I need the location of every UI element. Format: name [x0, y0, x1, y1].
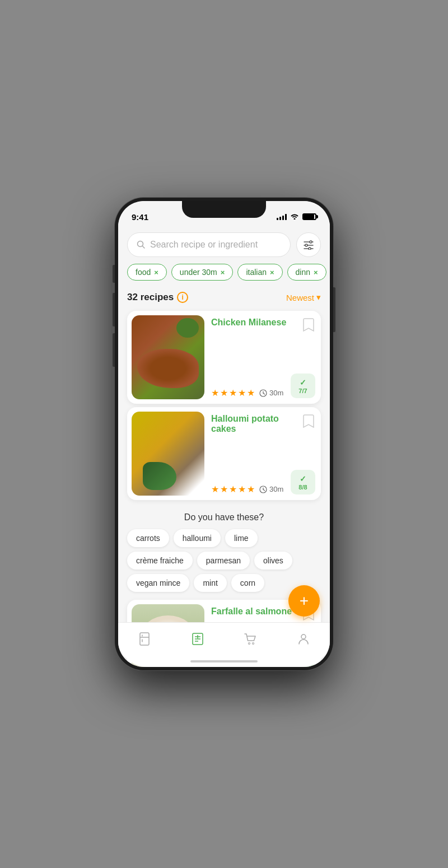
results-header: 32 recipes i Newest ▾ — [118, 285, 330, 307]
recipe-title-halloumi: Halloumi potato cakes — [211, 414, 297, 434]
nav-item-profile[interactable] — [290, 629, 318, 648]
profile-icon — [296, 632, 311, 646]
ingredient-carrots[interactable]: carrots — [127, 529, 169, 547]
ingredient-corn[interactable]: corn — [231, 574, 264, 592]
have-these-section: Do you have these? carrots halloumi lime… — [118, 503, 330, 596]
ingredient-olives[interactable]: olives — [254, 552, 292, 570]
clock-icon-h — [259, 486, 267, 493]
stars-chicken: ★ ★ ★ ★ ★ — [211, 388, 255, 398]
add-recipe-fab[interactable]: + — [288, 585, 320, 617]
filter-button[interactable] — [296, 232, 321, 257]
signal-icon — [277, 213, 287, 220]
chip-dinner[interactable]: dinn × — [287, 264, 326, 281]
fab-icon: + — [300, 592, 309, 610]
bookmark-icon-chicken[interactable] — [302, 318, 315, 333]
bookmark-icon-halloumi[interactable] — [302, 414, 315, 430]
stars-halloumi: ★ ★ ★ ★ ★ — [211, 484, 255, 494]
recipe-title-chicken: Chicken Milanese — [211, 318, 297, 328]
ingredient-halloumi[interactable]: halloumi — [174, 529, 221, 547]
battery-icon — [302, 213, 316, 220]
filter-chips: food × under 30m × italian × dinn × — [118, 262, 330, 285]
svg-point-26 — [249, 643, 250, 645]
svg-point-7 — [309, 248, 311, 250]
svg-line-13 — [263, 489, 265, 491]
recipe-image-chicken — [132, 315, 204, 399]
nav-item-fridge[interactable] — [130, 629, 158, 648]
ingredient-lime[interactable]: lime — [225, 529, 258, 547]
svg-point-5 — [305, 244, 307, 246]
ingredient-creme-fraiche[interactable]: crème fraiche — [127, 552, 193, 570]
results-count: 32 recipes i — [127, 292, 188, 303]
recipes-icon — [190, 632, 205, 646]
svg-line-1 — [143, 246, 145, 249]
home-indicator — [190, 660, 258, 662]
search-placeholder: Search recipe or ingredient — [150, 240, 258, 250]
svg-point-27 — [253, 643, 254, 645]
have-these-title: Do you have these? — [127, 512, 321, 522]
clock-icon — [259, 389, 267, 397]
ingredient-mint[interactable]: mint — [194, 574, 226, 592]
nav-item-recipes[interactable] — [184, 629, 212, 648]
recipe-card-halloumi[interactable]: Halloumi potato cakes ★ ★ ★ ★ ★ — [127, 407, 321, 500]
wifi-icon — [290, 213, 299, 221]
ingredients-badge-chicken: ✓ 7/7 — [291, 374, 315, 398]
ingredient-tags: carrots halloumi lime crème fraiche parm… — [127, 529, 321, 592]
ingredient-vegan-mince[interactable]: vegan mince — [127, 574, 189, 592]
svg-rect-17 — [140, 633, 149, 645]
time-chicken: 30m — [259, 389, 283, 397]
chip-under30m[interactable]: under 30m × — [171, 264, 234, 281]
sort-button[interactable]: Newest ▾ — [286, 292, 321, 302]
cart-icon — [243, 632, 258, 646]
status-icons — [277, 213, 316, 221]
status-time: 9:41 — [132, 212, 148, 222]
recipe-card-chicken-milanese[interactable]: Chicken Milanese ★ ★ ★ ★ ★ — [127, 311, 321, 404]
bottom-nav — [118, 622, 330, 667]
search-area: Search recipe or ingredient — [118, 226, 330, 262]
recipe-image-halloumi — [132, 412, 204, 496]
recipe-title-farfalle: Farfalle al salmone — [211, 606, 297, 617]
fridge-icon — [137, 632, 152, 646]
search-box[interactable]: Search recipe or ingredient — [127, 232, 291, 257]
chip-food[interactable]: food × — [127, 264, 167, 281]
time-halloumi: 30m — [259, 485, 283, 493]
svg-point-3 — [310, 241, 312, 243]
svg-line-10 — [263, 393, 265, 394]
nav-item-cart[interactable] — [236, 629, 264, 648]
ingredient-parmesan[interactable]: parmesan — [197, 552, 250, 570]
svg-point-28 — [301, 634, 306, 639]
search-icon — [137, 240, 146, 249]
filter-icon — [302, 240, 315, 250]
chip-italian[interactable]: italian × — [237, 264, 282, 281]
ingredients-badge-halloumi: ✓ 8/8 — [291, 470, 315, 494]
info-badge[interactable]: i — [177, 292, 188, 303]
